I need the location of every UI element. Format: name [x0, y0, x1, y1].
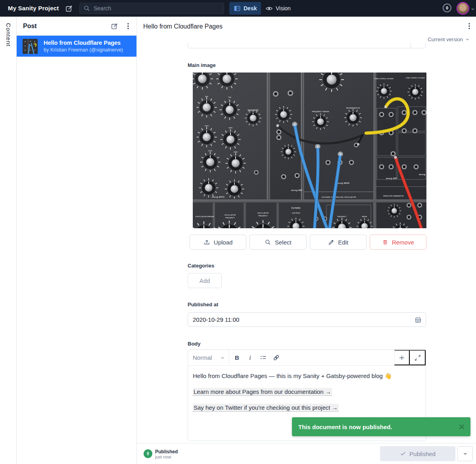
list-menu-kebab-icon[interactable] [127, 22, 129, 30]
slug-generate-divider [411, 43, 411, 48]
check-icon [400, 451, 406, 457]
publish-toast: This document is now published. [292, 417, 470, 436]
pencil-icon [328, 239, 334, 246]
list-pane-title: Post [23, 23, 37, 30]
editor-toolbar: Normal B i [188, 350, 426, 366]
compose-icon[interactable] [111, 22, 118, 30]
image-button-row: Upload Select Edit Remove [190, 235, 426, 250]
main-image-label: Main image [188, 62, 216, 68]
list-pane-header: Post [17, 17, 136, 36]
select-button[interactable]: Select [250, 235, 306, 250]
post-item-subtitle: by Kristian Freeman (@signalnerve) [44, 47, 123, 53]
publish-menu-chevron-button[interactable] [457, 446, 473, 461]
body-link-twitter[interactable]: Say hey on Twitter if you're checking ou… [193, 404, 339, 412]
tab-vision[interactable]: Vision [261, 2, 295, 15]
sanity-studio: My Sanity Project Desk Vision 0 Content … [0, 0, 476, 464]
published-at-label: Published at [188, 302, 218, 307]
document-footer: Published just now Published [137, 443, 476, 464]
content-rail-label[interactable]: Content [5, 23, 12, 47]
version-selector[interactable]: Current version [428, 36, 470, 42]
eye-icon [265, 5, 273, 12]
edit-button[interactable]: Edit [310, 235, 367, 250]
document-title: Hello from Cloudflare Pages [143, 23, 223, 30]
body-link-documentation[interactable]: Learn more about Pages from our document… [193, 388, 332, 396]
bullet-list-icon[interactable] [257, 350, 270, 366]
topbar: My Sanity Project Desk Vision 0 [0, 0, 476, 17]
post-thumbnail [23, 39, 38, 54]
insert-plus-button[interactable] [394, 350, 410, 365]
search-box[interactable] [79, 3, 224, 14]
publish-time: just now [155, 454, 171, 459]
notification-badge[interactable]: 0 [443, 4, 451, 12]
body-label: Body [188, 341, 201, 347]
post-item-text: Hello from Cloudflare Pages by Kristian … [44, 40, 123, 53]
document-list-pane: Post Hello from Cloudflare Pages by Kris… [17, 17, 137, 464]
toast-close-icon[interactable] [459, 424, 465, 430]
new-document-icon[interactable] [65, 4, 73, 12]
upload-icon [203, 239, 210, 246]
tab-vision-label: Vision [276, 5, 291, 11]
link-icon[interactable] [270, 350, 283, 366]
tab-desk-label: Desk [244, 5, 257, 11]
chevron-down-icon [220, 355, 225, 360]
published-at-input[interactable] [188, 313, 402, 327]
avatar-chevron-down-icon[interactable] [470, 6, 475, 13]
expand-editor-button[interactable] [410, 350, 426, 365]
main-image-photo: HIGH PASS FREQUENCY RANGE REGENERATION F… [193, 73, 426, 228]
document-menu-kebab-icon[interactable] [468, 22, 470, 30]
tab-desk[interactable]: Desk [229, 2, 261, 15]
post-item-title: Hello from Cloudflare Pages [44, 40, 123, 46]
paragraph-style-select[interactable]: Normal [188, 350, 229, 365]
publish-status-text: Published [155, 449, 178, 454]
version-label: Current version [428, 36, 463, 42]
publish-status-icon [144, 449, 152, 458]
categories-label: Categories [188, 263, 214, 269]
published-button[interactable]: Published [380, 446, 455, 461]
search-input[interactable] [94, 5, 213, 11]
desk-icon [234, 5, 241, 12]
upload-button[interactable]: Upload [190, 235, 246, 250]
trash-icon [382, 239, 388, 245]
document-pane: Hello from Cloudflare Pages Current vers… [137, 17, 476, 464]
project-title: My Sanity Project [8, 5, 59, 11]
add-category-button[interactable]: Add [188, 273, 222, 288]
search-icon [83, 5, 90, 12]
calendar-icon[interactable] [415, 316, 422, 325]
chevron-down-icon [465, 37, 470, 42]
remove-button[interactable]: Remove [370, 235, 426, 250]
slug-field-partial[interactable] [188, 43, 426, 48]
published-at-field [188, 312, 426, 327]
italic-button[interactable]: i [244, 350, 257, 366]
body-paragraph: Hello from Cloudflare Pages — this is my… [193, 372, 421, 380]
select-search-icon [265, 239, 271, 246]
bold-button[interactable]: B [230, 350, 244, 366]
content-rail: Content [0, 17, 17, 464]
avatar[interactable] [457, 2, 469, 15]
list-item-post[interactable]: Hello from Cloudflare Pages by Kristian … [17, 36, 136, 57]
toast-message: This document is now published. [298, 424, 392, 430]
